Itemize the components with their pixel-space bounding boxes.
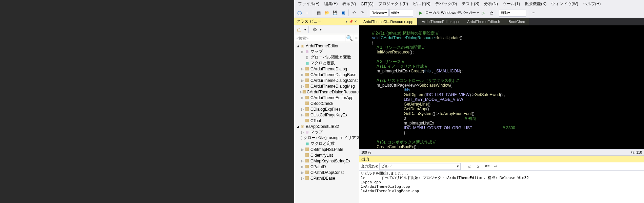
new-project-icon[interactable]: ▤ [315,9,322,17]
build-target-icon[interactable]: ◔ [488,9,495,17]
main-toolbar: ◯ → ▤ 📂 💾 ▣ ↶ ↷ Release ▾ x86 ▾ ▶ ローカル W… [294,8,644,18]
tree-item[interactable]: ▦マクロと定数 [294,141,359,146]
tree-item[interactable]: 🅲CArduiThemeDialogMsg [294,83,359,89]
menu-git[interactable]: GIT(G) [358,1,376,7]
menu-project[interactable]: プロジェクト(P) [376,0,410,8]
tree-item[interactable]: 🅲CArduiThemeDialogBase [294,72,359,77]
editor-tab[interactable]: BootChec [504,18,529,25]
menu-debug[interactable]: デバッグ(D) [433,0,460,8]
menu-tools[interactable]: ツール(T) [500,0,522,8]
tree-item[interactable]: 🅲CPathIDBase [294,175,359,181]
close-icon[interactable]: ✕ [354,20,357,23]
menu-edit[interactable]: 編集(E) [322,0,340,8]
class-view-search-input[interactable] [295,35,345,41]
editor-status-bar: 100 % 行: 110 [359,149,644,155]
tree-item[interactable]: 🅲CListCtrlPageKeyEx [294,112,359,118]
nav-back-icon[interactable]: ◯ [296,9,303,17]
nav-forward-icon[interactable]: → [304,9,311,17]
cursor-position: 行: 110 [631,150,642,155]
code-editor[interactable]: // 2-(1). (private) 起動時の初期設定 // void CAr… [359,25,644,149]
tree-item[interactable]: 🅲CArduiThemeDialog [294,66,359,72]
auto-combo[interactable]: 自動 ▾ [499,9,526,17]
clear-icon[interactable]: ✕≡ [483,163,491,170]
goto-next-icon[interactable]: ≥ [475,163,482,170]
class-view-title: クラス ビュー [296,19,322,24]
tree-item[interactable]: 🅲CArduiThemeDialogResource [294,89,359,95]
output-source-label: 出力元(S): [361,164,378,169]
menu-extensions[interactable]: 拡張機能(X) [522,0,549,8]
menu-view[interactable]: 表示(V) [340,0,358,8]
debug-target-label[interactable]: ローカル Windows デバッガー [425,10,476,15]
config-combo[interactable]: Release ▾ [370,9,389,17]
redo-icon[interactable]: ↷ [359,9,366,17]
menu-help[interactable]: ヘルプ(H) [581,0,603,8]
save-icon[interactable]: 💾 [331,9,339,17]
tree-item[interactable]: 🅲CDialogExpFiles [294,106,359,112]
tree-item[interactable]: ▣ArduiThemeEditor [294,43,359,49]
tree-item[interactable]: {}グローバルな using エイリアスと ty [294,135,359,141]
menu-analyze[interactable]: 分析(N) [482,0,500,8]
editor-tab[interactable]: ArduiThemeEditor.h [463,18,504,25]
tree-item[interactable]: 🅲CPathID [294,164,359,170]
search-options-icon[interactable]: ≡ [354,35,358,41]
menu-window[interactable]: ウィンドウ(W) [549,0,580,8]
new-folder-icon[interactable]: 🗀 [296,26,303,33]
class-view-tree[interactable]: ▣ArduiThemeEditor⊞マップ{}グローバル関数と変数▦マクロと定数… [294,42,359,203]
menu-bar: ファイル(F) 編集(E) 表示(V) GIT(G) プロジェクト(P) ビルド… [294,0,644,8]
wrap-icon[interactable]: ↩ [492,163,500,170]
menu-build[interactable]: ビルド(B) [410,0,433,8]
tree-item[interactable]: ▣BsAppConstLIB32 [294,123,359,129]
tree-item[interactable]: ▦マクロと定数 [294,60,359,66]
visual-studio-window: ファイル(F) 編集(E) 表示(V) GIT(G) プロジェクト(P) ビルド… [294,0,644,203]
start-nodebug-icon[interactable]: ▷ [480,9,487,17]
zoom-level[interactable]: 100 % [361,151,371,154]
menu-test[interactable]: テスト(S) [459,0,482,8]
tree-item[interactable]: ⊞マップ [294,129,359,135]
save-all-icon[interactable]: ▣ [339,9,347,17]
pin-icon[interactable]: 📌 [349,20,353,23]
tree-item[interactable]: 🅲CBootCheck [294,100,359,106]
output-text[interactable]: リビルドを開始しました... 1>------ すべてのリビルド開始: プロジェ… [359,171,644,203]
output-panel: 出力 出力元(S): ビルド▾ ≤ ≥ ✕≡ ↩ リビルドを開始しました... … [359,155,644,203]
undo-icon[interactable]: ↶ [350,9,358,17]
tree-item[interactable]: {}グローバル関数と変数 [294,54,359,60]
start-debug-button[interactable]: ▶ [417,9,424,17]
search-icon[interactable]: 🔍 [346,35,353,41]
tree-item[interactable]: 🅲CBitmapHSLPlate [294,146,359,152]
output-source-combo[interactable]: ビルド▾ [379,163,461,170]
tree-item[interactable]: 🅲CMapKeyInstStringEx [294,158,359,164]
menu-file[interactable]: ファイル(F) [296,0,322,8]
toolbar-more-icon[interactable]: ⋯ [530,9,537,17]
goto-prev-icon[interactable]: ≤ [466,163,473,170]
tree-item[interactable]: 🅲CArduiThemeEditorApp [294,95,359,100]
settings-icon[interactable]: ⚙ [311,26,319,33]
output-title: 出力 [359,156,644,162]
tree-item[interactable]: 🅲CTool [294,118,359,123]
open-icon[interactable]: 📂 [323,9,330,17]
class-view-panel: クラス ビュー ▾ 📌 ✕ 🗀 ▾ ⚙ ▾ 🔍 ≡ ▣ArduiThemeEdi… [294,18,359,203]
editor-tabs: ArduiThemeDi...Resource.cppArduiThemeEdi… [359,18,644,25]
tree-item[interactable]: ⊞マップ [294,49,359,54]
tree-item[interactable]: 🅲CPathIDAppConst [294,170,359,175]
editor-tab[interactable]: ArduiThemeDi...Resource.cpp [359,18,418,25]
tree-item[interactable]: 🅲CArduiThemeDialogConst [294,77,359,83]
platform-combo[interactable]: x86 ▾ [389,9,413,17]
tree-item[interactable]: 🅲CIdentifyList [294,152,359,158]
editor-tab[interactable]: ArduiThemeEditor.cpp [418,18,463,25]
dropdown-icon[interactable]: ▾ [346,20,347,23]
